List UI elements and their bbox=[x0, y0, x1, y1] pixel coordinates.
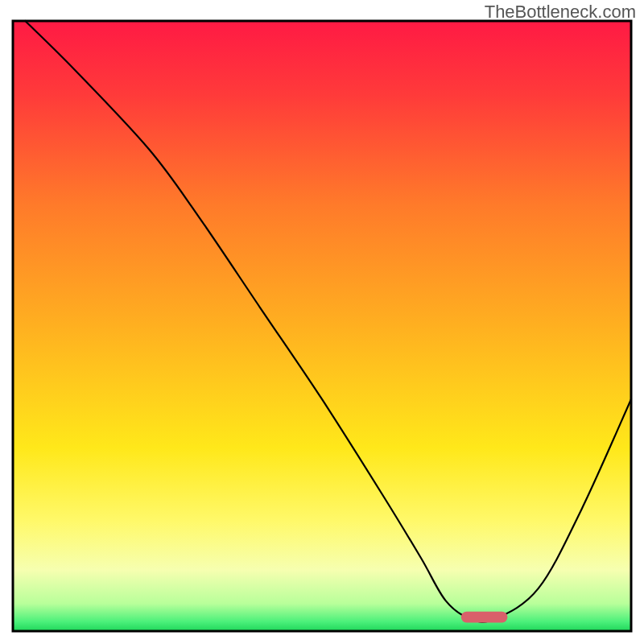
bottleneck-chart: TheBottleneck.com bbox=[0, 0, 644, 644]
optimal-range-marker bbox=[461, 612, 508, 623]
plot-background bbox=[13, 21, 631, 631]
chart-svg bbox=[0, 0, 644, 644]
watermark-text: TheBottleneck.com bbox=[485, 2, 636, 23]
